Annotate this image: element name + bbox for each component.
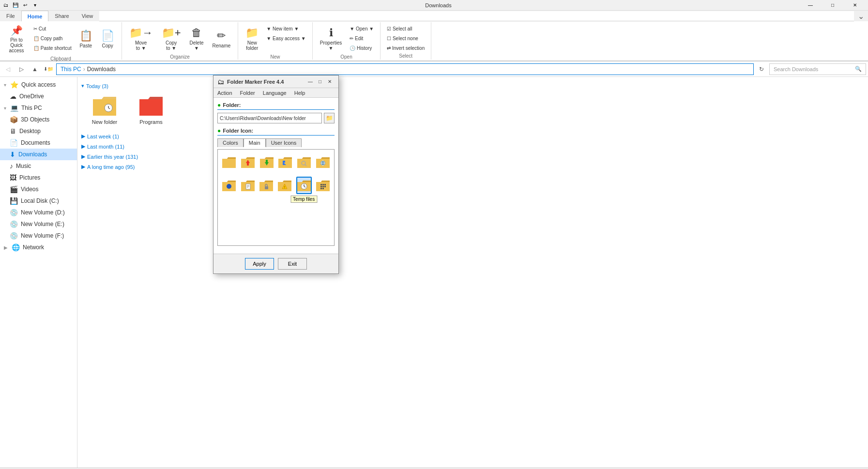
folder-path-row: 📁 [217,113,335,123]
icon-dl-arrow-folder[interactable] [278,153,293,171]
icon-lock-folder[interactable] [259,177,274,194]
tab-user-icons[interactable]: User Icons [266,138,302,147]
icon-up-arrow-folder[interactable] [241,153,256,171]
icon-warning-folder[interactable]: ! [277,177,292,194]
svg-rect-12 [247,163,249,166]
folder-marker-dialog: 🗂 Folder Marker Free 4.4 — □ ✕ Action Fo… [213,75,339,274]
svg-rect-53 [320,184,322,185]
dialog-app-icon: 🗂 [217,78,224,86]
icon-plain-folder[interactable] [222,153,237,171]
folder-icon-section-icon: ● [217,127,221,134]
tab-main[interactable]: Main [244,138,266,147]
menu-action[interactable]: Action [213,88,236,98]
dialog-title-bar: 🗂 Folder Marker Free 4.4 — □ ✕ [213,76,338,88]
icon-blue-dot-folder[interactable] [222,177,236,194]
folder-section: ● Folder: 📁 [217,102,335,123]
folder-icon-section: ● Folder Icon: Colors Main User Icons [217,127,335,246]
menu-help[interactable]: Help [290,88,309,98]
svg-rect-56 [320,186,322,187]
svg-rect-58 [324,186,326,187]
icon-row-1 [222,153,330,171]
folder-icon-label-text: Folder Icon: [223,128,253,134]
dialog-close-button[interactable]: ✕ [325,77,335,87]
icon-row-2: ! Temp files [222,177,330,194]
svg-rect-20 [283,161,285,163]
menu-folder[interactable]: Folder [236,88,259,98]
svg-rect-57 [322,186,324,187]
menu-language[interactable]: Language [259,88,290,98]
icon-clock-folder[interactable]: Temp files [296,177,312,194]
svg-rect-55 [324,184,326,185]
dialog-overlay: 🗂 Folder Marker Free 4.4 — □ ✕ Action Fo… [0,0,868,469]
dialog-title: Folder Marker Free 4.4 [227,79,303,85]
svg-rect-54 [322,184,324,185]
dialog-icons-area: ! Temp files [217,149,335,246]
dialog-menu: Action Folder Language Help [213,88,338,98]
dialog-icon-tabs: Colors Main User Icons [217,138,335,147]
folder-icon-section-label: ● Folder Icon: [217,127,335,136]
icon-document-folder[interactable] [240,177,255,194]
svg-marker-18 [278,159,292,168]
icon-globe-folder[interactable] [315,153,330,171]
dialog-maximize-button[interactable]: □ [315,77,325,87]
svg-marker-22 [297,159,311,168]
svg-rect-35 [246,184,250,189]
svg-marker-8 [222,159,236,168]
tooltip-temp-files: Temp files [290,196,317,203]
svg-text:!: ! [284,185,285,189]
folder-label-text: Folder: [223,102,241,108]
icon-down-arrow-folder[interactable] [259,153,274,171]
browse-button[interactable]: 📁 [324,113,335,123]
folder-section-label: ● Folder: [217,102,335,110]
svg-rect-16 [266,160,268,162]
icon-search-folder[interactable] [297,153,312,171]
dialog-window-controls: — □ ✕ [305,77,335,87]
folder-section-icon: ● [217,102,221,108]
svg-rect-60 [322,188,324,189]
folder-path-input[interactable] [217,113,322,123]
apply-button[interactable]: Apply [245,258,274,270]
dialog-minimize-button[interactable]: — [305,77,315,87]
svg-rect-41 [265,186,268,189]
dialog-footer: Apply Exit [213,254,338,273]
svg-rect-59 [320,188,322,189]
icon-grid-folder[interactable] [316,177,330,194]
tab-colors[interactable]: Colors [217,138,244,147]
svg-point-32 [227,184,231,189]
dialog-body: ● Folder: 📁 ● Folder Icon: Colors Main [213,98,338,254]
exit-button[interactable]: Exit [278,258,307,270]
